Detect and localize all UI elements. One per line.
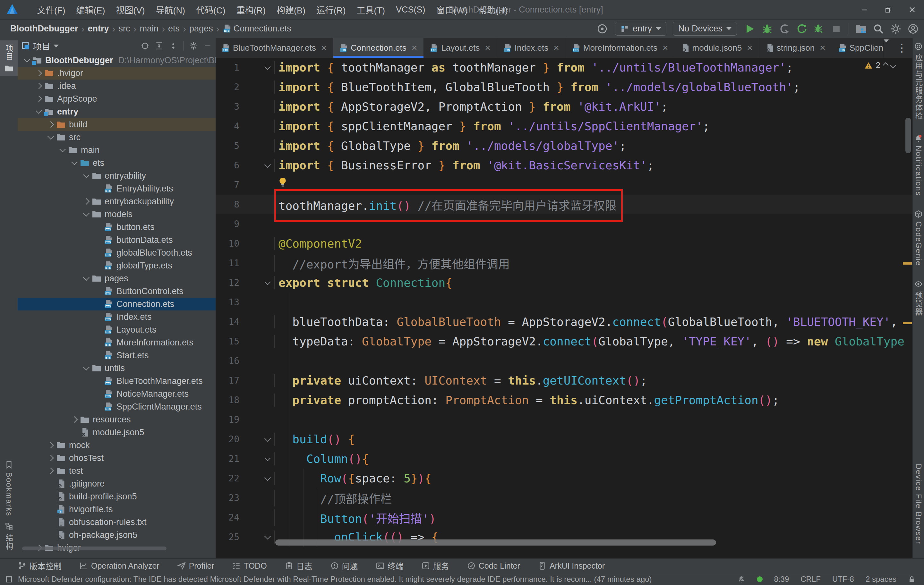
tool-window-app-check[interactable]: 应用与元服务体检 xyxy=(913,42,924,120)
menu-item-编辑(E)[interactable]: 编辑(E) xyxy=(71,3,111,16)
hide-panel-button[interactable] xyxy=(203,42,212,50)
tree-chevron-icon[interactable] xyxy=(57,148,68,152)
tree-item-.gitignore[interactable]: .gitignore xyxy=(18,477,216,490)
warning-stripe-mark[interactable] xyxy=(903,262,912,265)
account-button[interactable] xyxy=(907,23,919,35)
stop-button[interactable] xyxy=(830,23,843,35)
close-button[interactable] xyxy=(900,0,924,19)
tree-item-BlueToothManager.ets[interactable]: ETSBlueToothManager.ets xyxy=(18,375,216,387)
menu-item-重构(R)[interactable]: 重构(R) xyxy=(231,3,271,16)
tree-chevron-icon[interactable] xyxy=(33,84,44,88)
breadcrumb-item-ets[interactable]: ets xyxy=(166,24,182,34)
prev-warning-icon[interactable] xyxy=(883,62,888,68)
file-encoding[interactable]: UTF-8 xyxy=(832,575,854,584)
tree-item-.hvigor[interactable]: .hvigor xyxy=(18,67,216,79)
tree-item-buttonData.ets[interactable]: ETSbuttonData.ets xyxy=(18,234,216,246)
tree-chevron-icon[interactable] xyxy=(33,109,44,114)
tool-window-device-file-browser[interactable]: Device File Browser xyxy=(914,464,923,544)
warning-stripe-mark[interactable] xyxy=(903,322,912,324)
menu-item-文件(F)[interactable]: 文件(F) xyxy=(31,3,71,16)
tab-string.json[interactable]: string.json× xyxy=(759,38,832,58)
debug-button[interactable] xyxy=(761,23,774,35)
tab-MoreInformation.ets[interactable]: ETSMoreInformation.ets× xyxy=(566,38,675,58)
tool-todo[interactable]: TODO xyxy=(232,561,267,570)
tree-item-ButtonControl.ets[interactable]: ETSButtonControl.ets xyxy=(18,285,216,298)
tab-module.json5[interactable]: module.json5× xyxy=(675,38,759,58)
tool-window-bookmarks[interactable]: Bookmarks xyxy=(0,461,18,516)
tree-item-obfuscation-rules.txt[interactable]: obfuscation-rules.txt xyxy=(18,516,216,529)
tool-window-project[interactable]: 项目 xyxy=(0,40,18,76)
tree-chevron-icon[interactable] xyxy=(45,443,56,447)
tool-window-codegenie[interactable]: CodeGenie xyxy=(914,210,923,266)
tree-item-resources[interactable]: resources xyxy=(18,413,216,426)
tab-overflow-chevron-icon[interactable] xyxy=(884,42,889,53)
tree-item-src[interactable]: src xyxy=(18,131,216,144)
tree-chevron-icon[interactable] xyxy=(45,456,56,460)
tool-code-linter[interactable]: Code Linter xyxy=(467,561,520,570)
tree-chevron-icon[interactable] xyxy=(81,212,92,216)
close-icon[interactable]: × xyxy=(663,42,668,53)
breadcrumb-item-main[interactable]: main xyxy=(138,24,161,34)
tree-item-button.ets[interactable]: ETSbutton.ets xyxy=(18,221,216,234)
tree-horizontal-scrollbar[interactable] xyxy=(22,547,167,550)
tree-chevron-icon[interactable] xyxy=(69,161,80,165)
tree-item-Index.ets[interactable]: ETSIndex.ets xyxy=(18,310,216,323)
lock-icon[interactable] xyxy=(908,575,916,583)
tool-profiler[interactable]: Profiler xyxy=(177,561,214,570)
tree-item-MoreInformation.ets[interactable]: ETSMoreInformation.ets xyxy=(18,336,216,349)
breadcrumb-file[interactable]: ETSConnection.ets xyxy=(221,24,291,34)
breadcrumb-item-pages[interactable]: pages xyxy=(187,24,215,34)
tree-chevron-icon[interactable] xyxy=(45,135,56,140)
tree-chevron-icon[interactable] xyxy=(45,469,56,473)
breadcrumb-item-src[interactable]: src xyxy=(117,24,132,34)
fold-marker-icon[interactable] xyxy=(239,476,274,481)
fold-marker-icon[interactable] xyxy=(239,457,274,461)
intention-bulb-icon[interactable] xyxy=(279,177,287,188)
tree-item-Start.ets[interactable]: ETSStart.ets xyxy=(18,349,216,362)
fold-marker-icon[interactable] xyxy=(239,163,274,168)
tool-window-structure[interactable]: 结构 xyxy=(0,522,18,550)
breadcrumb-item-BloothDebugger[interactable]: BloothDebugger xyxy=(8,24,80,34)
close-icon[interactable]: × xyxy=(820,42,825,53)
notifications-muted-icon[interactable] xyxy=(738,575,745,583)
profile-button[interactable] xyxy=(778,23,791,35)
tree-item-Layout.ets[interactable]: ETSLayout.ets xyxy=(18,323,216,336)
tree-item-oh-package.json5[interactable]: oh-package.json5 xyxy=(18,529,216,541)
attach-debugger-button[interactable] xyxy=(813,23,825,35)
menu-item-工具(T)[interactable]: 工具(T) xyxy=(351,3,390,16)
menu-item-构建(B)[interactable]: 构建(B) xyxy=(271,3,311,16)
tree-item-NoticeManager.ets[interactable]: ETSNoticeManager.ets xyxy=(18,387,216,400)
tree-item-EntryAbility.ets[interactable]: ETSEntryAbility.ets xyxy=(18,182,216,195)
tool-services[interactable]: 服务 xyxy=(422,560,449,572)
tree-item-entry[interactable]: entry xyxy=(18,105,216,118)
fold-marker-icon[interactable] xyxy=(239,437,274,442)
tree-item-pages[interactable]: pages xyxy=(18,272,216,285)
tree-item-globalType.ets[interactable]: ETSglobalType.ets xyxy=(18,259,216,272)
close-icon[interactable]: × xyxy=(747,42,753,53)
chevron-down-icon[interactable] xyxy=(54,44,59,48)
tree-item-AppScope[interactable]: AppScope xyxy=(18,92,216,105)
status-message-area[interactable]: Microsoft Defender configuration: The ID… xyxy=(5,575,652,584)
tree-item-build[interactable]: build xyxy=(18,118,216,131)
tool-arkui-inspector[interactable]: ArkUI Inspector xyxy=(538,561,605,570)
tree-item-BloothDebugger[interactable]: BloothDebuggerD:\HarmonyOS\Project\Bloo xyxy=(18,54,216,67)
editor-vertical-scrollbar[interactable] xyxy=(906,118,911,153)
run-button[interactable] xyxy=(743,23,756,35)
tree-item-entryability[interactable]: entryability xyxy=(18,169,216,182)
restart-button[interactable] xyxy=(795,23,808,35)
tree-chevron-icon[interactable] xyxy=(45,122,56,127)
tool-version-control[interactable]: 版本控制 xyxy=(18,560,62,572)
minimize-button[interactable] xyxy=(853,0,876,19)
tree-chevron-icon[interactable] xyxy=(81,173,92,178)
settings-button[interactable] xyxy=(889,23,902,35)
tree-chevron-icon[interactable] xyxy=(69,417,80,422)
tree-item-ets[interactable]: ets xyxy=(18,157,216,169)
tool-window-notifications[interactable]: Notifications xyxy=(914,134,923,196)
tab-options-icon[interactable]: ⋮ xyxy=(896,41,908,54)
caret-position[interactable]: 8:39 xyxy=(774,575,789,584)
next-warning-icon[interactable] xyxy=(890,62,896,68)
tool-operation-analyzer[interactable]: Operation Analyzer xyxy=(79,561,160,570)
run-config-target-icon[interactable] xyxy=(596,23,609,35)
tree-item-entrybackupability[interactable]: entrybackupability xyxy=(18,195,216,208)
tree-chevron-icon[interactable] xyxy=(81,366,92,371)
